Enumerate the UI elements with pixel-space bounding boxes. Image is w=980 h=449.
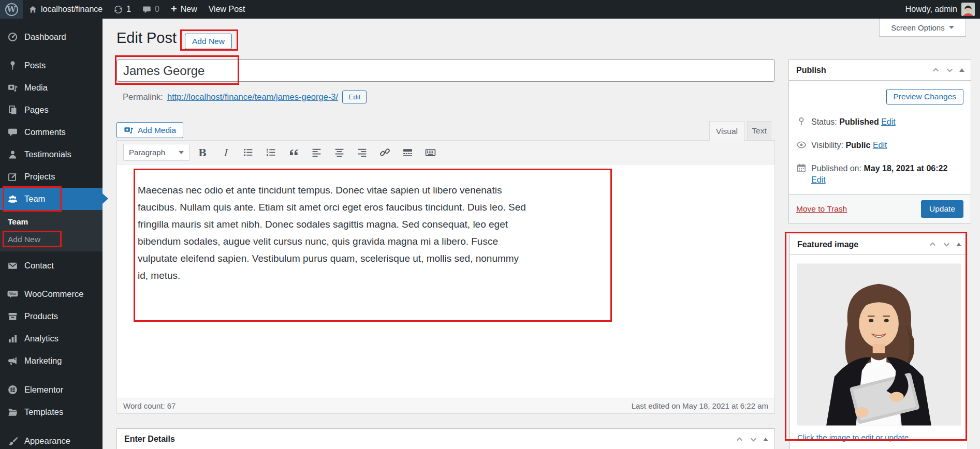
calendar-icon (796, 163, 807, 173)
sidebar-label: Elementor (24, 385, 63, 395)
collapse-toggle-icon[interactable] (959, 68, 964, 72)
numbered-list-icon (266, 147, 276, 158)
sidebar-label: WooCommerce (24, 289, 83, 299)
collapse-toggle-icon[interactable] (956, 243, 961, 246)
published-on-text: Published on: May 18, 2021 at 06:22Edit (811, 163, 947, 186)
word-count: Word count: 67 (123, 401, 175, 410)
post-body-text: Maecenas nec odio et ante tincidunt temp… (138, 182, 529, 284)
featured-image-edit-link[interactable]: Click the image to edit or update (797, 433, 968, 442)
team-submenu: Team Add New (0, 210, 103, 251)
move-up-icon[interactable] (931, 66, 940, 74)
edit-visibility-link[interactable]: Edit (873, 141, 887, 149)
sidebar-item-media[interactable]: Media (0, 77, 103, 99)
editor-status-bar: Word count: 67 Last edited on May 18, 20… (117, 398, 774, 413)
sidebar-item-marketing[interactable]: Marketing (0, 350, 103, 372)
paragraph-select[interactable]: Paragraph (123, 144, 189, 161)
sidebar-item-team[interactable]: Team (0, 188, 103, 210)
bullet-list-button[interactable] (238, 144, 258, 161)
toolbar-toggle-button[interactable] (420, 144, 440, 161)
editor-content-area[interactable]: Maecenas nec odio et ante tincidunt temp… (117, 164, 774, 398)
brush-icon (7, 436, 18, 446)
align-center-icon (334, 147, 345, 158)
tab-text-label: Text (752, 126, 766, 136)
read-more-button[interactable] (398, 144, 417, 161)
updates-count: 1 (126, 5, 131, 14)
pin-icon (796, 116, 807, 127)
move-down-icon[interactable] (945, 66, 954, 74)
move-to-trash-link[interactable]: Move to Trash (796, 204, 847, 214)
sidebar-item-appearance[interactable]: Appearance (0, 430, 103, 449)
submenu-item-team[interactable]: Team (0, 213, 103, 231)
sidebar-item-analytics[interactable]: Analytics (0, 327, 103, 350)
sidebar-item-pages[interactable]: Pages (0, 99, 103, 121)
updates-button[interactable]: 1 (108, 0, 137, 19)
woo-badge-text: Woo (9, 292, 17, 295)
sidebar-item-contact[interactable]: Contact (0, 255, 103, 277)
visual-editor: Paragraph B I (116, 140, 775, 414)
blockquote-button[interactable] (284, 144, 303, 161)
align-right-icon (357, 147, 368, 158)
submenu-label: Team (8, 217, 28, 227)
move-down-icon[interactable] (942, 240, 951, 249)
admin-avatar[interactable] (961, 3, 975, 16)
blockquote-icon (288, 147, 299, 158)
bold-button[interactable]: B (193, 144, 212, 161)
align-center-button[interactable] (329, 144, 349, 161)
align-left-button[interactable] (306, 144, 326, 161)
collapse-toggle-icon[interactable] (763, 438, 768, 441)
move-down-icon[interactable] (749, 435, 758, 444)
edit-status-link[interactable]: Edit (881, 117, 896, 126)
featured-image-photo[interactable] (797, 262, 961, 427)
submenu-item-add-new[interactable]: Add New (0, 231, 103, 248)
bar-chart-icon (7, 333, 18, 344)
sidebar-item-woocommerce[interactable]: Woo WooCommerce (0, 283, 103, 305)
tab-visual[interactable]: Visual (709, 121, 744, 141)
edit-published-link[interactable]: Edit (811, 175, 826, 184)
folder-icon (7, 407, 18, 417)
sidebar-label: Products (24, 311, 58, 321)
tab-text[interactable]: Text (747, 121, 771, 141)
admin-sidebar: Dashboard Posts Media Pages Comments Tes… (0, 19, 103, 449)
updates-icon (114, 5, 123, 14)
permalink-edit-button[interactable]: Edit (342, 91, 367, 103)
status-label: Status: (811, 117, 837, 126)
wp-logo-button[interactable]: W (0, 0, 23, 19)
tab-visual-label: Visual (716, 127, 738, 136)
move-up-icon[interactable] (928, 240, 937, 249)
permalink-row: Permalink: http://localhost/finance/team… (123, 91, 367, 103)
view-post-link[interactable]: View Post (203, 0, 251, 19)
new-content-button[interactable]: + New (165, 0, 203, 19)
preview-changes-button[interactable]: Preview Changes (886, 89, 963, 104)
sidebar-item-posts[interactable]: Posts (0, 54, 103, 77)
numbered-list-button[interactable] (261, 144, 281, 161)
insert-link-button[interactable] (375, 144, 394, 161)
add-media-button[interactable]: Add Media (116, 122, 183, 138)
panel-controls (931, 66, 964, 74)
post-title-input[interactable] (116, 59, 775, 82)
comments-button[interactable]: 0 (137, 0, 165, 19)
move-up-icon[interactable] (735, 435, 744, 444)
sidebar-item-templates[interactable]: Templates (0, 401, 103, 423)
eye-icon (796, 140, 807, 150)
screen-options-button[interactable]: Screen Options (879, 19, 966, 37)
sidebar-item-dashboard[interactable]: Dashboard (0, 26, 103, 48)
align-right-button[interactable] (352, 144, 372, 161)
link-icon (379, 147, 390, 158)
sidebar-label: Contact (24, 261, 54, 271)
sidebar-label: Marketing (24, 356, 62, 366)
sidebar-item-products[interactable]: Products (0, 305, 103, 327)
sidebar-item-elementor[interactable]: Elementor (0, 379, 103, 401)
person-icon (7, 149, 18, 160)
featured-image-panel: Featured image (789, 234, 968, 449)
permalink-url-link[interactable]: http://localhost/finance/team/james-geor… (167, 92, 338, 102)
sidebar-item-projects[interactable]: Projects (0, 166, 103, 188)
update-button[interactable]: Update (921, 200, 963, 218)
published-on-label: Published on: (811, 164, 861, 173)
italic-button[interactable]: I (215, 144, 235, 161)
add-new-button[interactable]: Add New (185, 34, 232, 49)
sidebar-item-testimonials[interactable]: Testimonials (0, 143, 103, 166)
site-name-link[interactable]: localhost/finance (23, 0, 108, 19)
sidebar-item-comments[interactable]: Comments (0, 121, 103, 143)
woocommerce-icon: Woo (7, 289, 18, 300)
status-row: Status: Published Edit (796, 116, 963, 128)
